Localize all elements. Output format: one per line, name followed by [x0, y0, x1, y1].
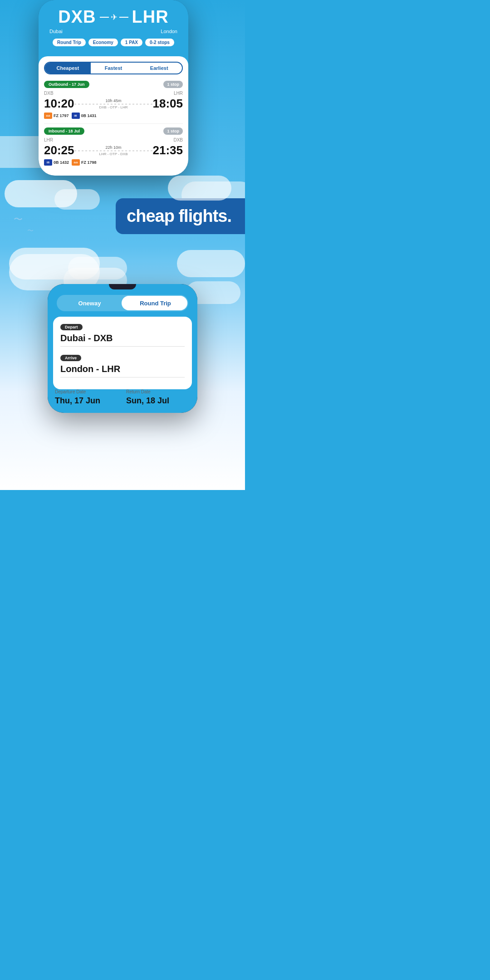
- inbound-airline1-logo: 0B: [44, 159, 52, 166]
- dest-city: London: [161, 29, 177, 34]
- filter-passengers[interactable]: 1 PAX: [121, 39, 142, 46]
- origin-city: Dubai: [49, 29, 63, 34]
- filters-row: Round Trip Economy 1 PAX 0-2 stops: [46, 39, 181, 46]
- phone2-inner: Oneway Round Trip Depart Dubai - DXB Arr…: [48, 284, 197, 413]
- inbound-airports: LHR DXB: [44, 137, 183, 142]
- inbound-duration: 22h 10m: [74, 145, 153, 150]
- tab-fastest[interactable]: Fastest: [91, 63, 137, 74]
- tab-cheapest[interactable]: Cheapest: [45, 63, 91, 74]
- toggle-oneway[interactable]: Oneway: [57, 295, 122, 311]
- inbound-arrive-time: 21:35: [153, 143, 183, 157]
- cheap-flights-box: cheap flights.: [116, 198, 245, 234]
- cloud-lower-left2: [68, 257, 127, 279]
- phone1-header: DXB ✈ LHR Dubai London Round Trip Econom…: [39, 0, 188, 54]
- phone2-notch: [109, 284, 136, 289]
- filter-stops[interactable]: 0-2 stops: [145, 39, 174, 46]
- inbound-line: [74, 151, 153, 151]
- tab-earliest[interactable]: Earliest: [136, 63, 182, 74]
- segment-divider: [44, 123, 183, 124]
- sort-tabs[interactable]: Cheapest Fastest Earliest: [44, 62, 183, 74]
- inbound-segment: Inbound - 18 Jul 1 stop LHR DXB 20:25 22…: [44, 127, 183, 166]
- outbound-line: [74, 104, 153, 104]
- outbound-segment: Outbound - 17 Jun 1 stop DXB LHR 10:20 1…: [44, 81, 183, 119]
- depart-field[interactable]: Depart Dubai - DXB: [60, 322, 185, 347]
- outbound-airlines: dub FZ 1797 0B 0B 1431: [44, 113, 183, 119]
- inbound-dest-airport: DXB: [173, 137, 183, 142]
- departure-date-field[interactable]: Departure Date Thu, 17 Jun: [55, 389, 119, 406]
- plane-icon: ✈: [100, 12, 128, 22]
- outbound-dest-airport: LHR: [174, 91, 183, 96]
- outbound-duration: 10h 45m: [74, 98, 153, 103]
- phone1: DXB ✈ LHR Dubai London Round Trip Econom…: [39, 0, 188, 176]
- dates-row: Departure Date Thu, 17 Jun Return Date S…: [48, 389, 197, 413]
- cloud-spacer: [0, 248, 245, 275]
- trip-toggle[interactable]: Oneway Round Trip: [57, 295, 188, 311]
- inbound-airline2-logo: dub: [72, 159, 80, 166]
- flight-search-form: Depart Dubai - DXB Arrive London - LHR: [53, 317, 192, 389]
- inbound-times: 20:25 22h 10m LHR - OTP - DXB 21:35: [44, 143, 183, 157]
- cloud-mid-right: [168, 176, 231, 201]
- arrive-value[interactable]: London - LHR: [60, 364, 185, 377]
- inbound-airline2: dub FZ 1798: [72, 159, 97, 166]
- inbound-depart-time: 20:25: [44, 143, 74, 157]
- outbound-label: Outbound - 17 Jun: [44, 81, 89, 88]
- dest-code: LHR: [132, 7, 169, 27]
- inbound-duration-info: 22h 10m LHR - OTP - DXB: [74, 145, 153, 156]
- outbound-airline2-code: 0B 1431: [81, 113, 97, 118]
- filter-cabin[interactable]: Economy: [88, 39, 118, 46]
- outbound-duration-info: 10h 45m DXB - OTP - LHR: [74, 98, 153, 109]
- outbound-origin-airport: DXB: [44, 91, 54, 96]
- outbound-airports: DXB LHR: [44, 91, 183, 96]
- return-date-value[interactable]: Sun, 18 Jul: [126, 396, 190, 406]
- cloud-lower-right: [177, 250, 245, 277]
- outbound-airline1: dub FZ 1797: [44, 113, 69, 119]
- return-date-field[interactable]: Return Date Sun, 18 Jul: [126, 389, 190, 406]
- filter-trip-type[interactable]: Round Trip: [53, 39, 86, 46]
- departure-date-value[interactable]: Thu, 17 Jun: [55, 396, 119, 406]
- inbound-label: Inbound - 18 Jul: [44, 127, 84, 135]
- depart-label: Depart: [60, 324, 83, 330]
- outbound-arrive-time: 18:05: [153, 97, 183, 111]
- outbound-route: DXB - OTP - LHR: [74, 105, 153, 109]
- background: 〜 〜 DXB ✈ LHR Dubai London: [0, 0, 245, 490]
- arrive-field[interactable]: Arrive London - LHR: [60, 353, 185, 377]
- outbound-header: Outbound - 17 Jun 1 stop: [44, 81, 183, 88]
- inbound-airlines: 0B 0B 1432 dub FZ 1798: [44, 159, 183, 166]
- cloud-mid-left2: [54, 189, 100, 210]
- toggle-roundtrip[interactable]: Round Trip: [122, 295, 188, 311]
- departure-date-label: Departure Date: [55, 389, 119, 394]
- inbound-route: LHR - OTP - DXB: [74, 152, 153, 156]
- origin-code: DXB: [58, 7, 96, 27]
- outbound-times: 10:20 10h 45m DXB - OTP - LHR 18:05: [44, 97, 183, 111]
- inbound-airline2-code: FZ 1798: [81, 160, 97, 165]
- outbound-depart-time: 10:20: [44, 97, 74, 111]
- cheap-flights-section: cheap flights.: [0, 176, 245, 248]
- cheap-flights-text: cheap flights.: [127, 206, 231, 226]
- outbound-airline2-logo: 0B: [72, 113, 80, 119]
- city-names: Dubai London: [46, 29, 181, 34]
- route-row: DXB ✈ LHR: [46, 7, 181, 27]
- phone2: Oneway Round Trip Depart Dubai - DXB Arr…: [48, 284, 197, 413]
- depart-value[interactable]: Dubai - DXB: [60, 333, 185, 347]
- inbound-airline1-code: 0B 1432: [54, 160, 69, 165]
- inbound-header: Inbound - 18 Jul 1 stop: [44, 127, 183, 135]
- inbound-airline1: 0B 0B 1432: [44, 159, 69, 166]
- outbound-airline1-logo: dub: [44, 113, 52, 119]
- outbound-airline2: 0B 0B 1431: [72, 113, 97, 119]
- arrive-label: Arrive: [60, 355, 81, 361]
- outbound-airline1-code: FZ 1797: [54, 113, 69, 118]
- results-area: Cheapest Fastest Earliest Outbound - 17 …: [39, 56, 188, 176]
- outbound-stops: 1 stop: [163, 81, 183, 88]
- inbound-origin-airport: LHR: [44, 137, 53, 142]
- inbound-stops: 1 stop: [163, 127, 183, 135]
- return-date-label: Return Date: [126, 389, 190, 394]
